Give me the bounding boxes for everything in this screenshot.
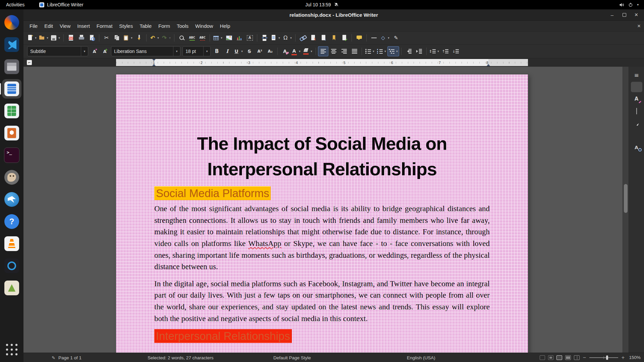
dropdown-arrow-icon[interactable]: ▾ <box>436 50 440 53</box>
superscript-button[interactable]: A² <box>255 46 265 56</box>
dock-item-libreoffice-writer[interactable] <box>2 79 21 99</box>
dock-item-show-applications[interactable] <box>2 340 21 359</box>
insert-hyperlink-button[interactable] <box>298 33 308 43</box>
dock-item-vlc[interactable] <box>2 234 21 253</box>
minimize-button[interactable]: – <box>607 11 617 19</box>
zoom-in-button[interactable]: + <box>621 355 625 360</box>
dropdown-arrow-icon[interactable]: ▾ <box>277 36 281 40</box>
zoom-slider-thumb[interactable] <box>606 355 608 360</box>
chevron-down-icon[interactable]: ▾ <box>203 47 210 56</box>
increase-paragraph-spacing-button[interactable] <box>440 46 451 56</box>
heading-social-media-platforms[interactable]: Social Media Platforms <box>154 186 490 200</box>
dock-item-files[interactable] <box>2 57 21 76</box>
insert-field-button[interactable]: ▾ <box>270 33 281 43</box>
horizontal-ruler[interactable]: 12345678 <box>116 59 528 66</box>
export-pdf-button[interactable] <box>66 33 76 43</box>
auto-spellcheck-button[interactable]: ABC <box>197 33 208 43</box>
left-indent-marker[interactable] <box>152 62 156 66</box>
sidebar-tab-page[interactable] <box>631 130 642 140</box>
italic-button[interactable]: I <box>222 46 232 56</box>
sidebar-tab-styles[interactable]: A <box>631 94 642 104</box>
dropdown-arrow-icon[interactable]: ▾ <box>240 50 244 53</box>
decrease-indent-button[interactable] <box>404 46 414 56</box>
close-button[interactable]: × <box>631 11 641 19</box>
menu-styles[interactable]: Styles <box>116 22 136 30</box>
scrollbar-thumb[interactable] <box>624 184 628 213</box>
dock-item-ide[interactable] <box>2 256 21 276</box>
selection-mode-icon[interactable] <box>540 355 545 360</box>
strikethrough-button[interactable]: S <box>244 46 255 56</box>
insert-bookmark-button[interactable] <box>329 33 339 43</box>
dropdown-arrow-icon[interactable]: ▾ <box>34 36 38 40</box>
zoom-level[interactable]: 150% <box>628 355 641 360</box>
dock-item-libreoffice-impress[interactable] <box>2 123 21 143</box>
align-center-button[interactable] <box>328 46 339 56</box>
insert-page-break-button[interactable] <box>259 33 270 43</box>
dropdown-arrow-icon[interactable]: ▾ <box>156 36 160 40</box>
title-bar[interactable]: relationship.docx - LibreOffice Writer –… <box>23 9 644 21</box>
single-page-view-button[interactable] <box>556 355 562 360</box>
find-replace-button[interactable] <box>176 33 187 43</box>
dropdown-arrow-icon[interactable]: ▾ <box>168 36 172 40</box>
edit-mode-icon[interactable]: ✎ <box>52 355 55 360</box>
ordered-list-button[interactable]: ▾ <box>376 46 387 56</box>
language-status[interactable]: English (USA) <box>407 355 435 360</box>
print-button[interactable] <box>76 33 87 43</box>
menu-form[interactable]: Form <box>155 22 173 30</box>
print-preview-button[interactable] <box>87 33 97 43</box>
zoom-slider[interactable] <box>589 355 618 360</box>
dropdown-arrow-icon[interactable]: ▾ <box>289 36 293 40</box>
open-button[interactable]: ▾ <box>38 33 50 43</box>
sidebar-tab-properties[interactable] <box>631 82 642 92</box>
insert-textbox-button[interactable] <box>245 33 255 43</box>
sidebar-tab-navigator[interactable] <box>631 118 642 128</box>
document-modified-icon[interactable] <box>548 355 553 360</box>
font-color-button[interactable]: A▾ <box>290 46 302 56</box>
maximize-button[interactable] <box>619 11 629 19</box>
sidebar-tab-sidebar-settings[interactable]: ≡ <box>631 70 642 80</box>
page-style-status[interactable]: Default Page Style <box>273 355 311 360</box>
dropdown-arrow-icon[interactable]: ▾ <box>220 36 223 40</box>
dropdown-arrow-icon[interactable]: ▾ <box>298 50 302 53</box>
word-count-status[interactable]: Selected: 2 words, 27 characters <box>148 355 214 360</box>
paragraph-2[interactable]: In the digital age, social media platfor… <box>154 278 490 324</box>
close-document-button[interactable]: × <box>637 23 641 29</box>
line-spacing-button[interactable]: ▾ <box>429 46 440 56</box>
dock-item-terminal[interactable] <box>2 145 21 165</box>
align-right-button[interactable] <box>339 46 349 56</box>
tab-stop-selector[interactable]: ⌐ <box>27 60 32 65</box>
increase-indent-button[interactable] <box>414 46 424 56</box>
dropdown-arrow-icon[interactable]: ▾ <box>57 36 61 40</box>
clone-formatting-button[interactable] <box>134 33 144 43</box>
clear-formatting-button[interactable]: A <box>280 46 290 56</box>
right-indent-marker[interactable] <box>487 62 490 66</box>
spelling-button[interactable]: ABC <box>187 33 197 43</box>
dock-item-vscode[interactable] <box>2 35 21 54</box>
vertical-scrollbar[interactable] <box>623 67 629 353</box>
chevron-down-icon[interactable]: ▾ <box>81 47 88 56</box>
menu-help[interactable]: Help <box>216 22 233 30</box>
underline-button[interactable]: U▾ <box>232 46 244 56</box>
insert-special-character-button[interactable]: Ω▾ <box>281 33 293 43</box>
zoom-out-button[interactable]: − <box>583 355 586 360</box>
align-left-button[interactable] <box>318 46 328 56</box>
insert-image-button[interactable] <box>224 33 234 43</box>
dock-item-help[interactable] <box>2 212 21 231</box>
multi-page-view-button[interactable] <box>565 355 571 360</box>
dock-item-firefox[interactable] <box>2 13 21 32</box>
copy-button[interactable] <box>112 33 122 43</box>
dropdown-arrow-icon[interactable]: ▾ <box>130 36 133 40</box>
new-style-button[interactable]: A <box>100 46 110 56</box>
menu-view[interactable]: View <box>56 22 74 30</box>
sidebar-tab-style-inspector[interactable]: A <box>631 142 642 153</box>
dropdown-arrow-icon[interactable]: ▾ <box>383 50 387 53</box>
dropdown-arrow-icon[interactable]: ▾ <box>387 36 390 40</box>
update-style-button[interactable]: A <box>89 46 100 56</box>
menu-tools[interactable]: Tools <box>173 22 192 30</box>
paste-button[interactable]: ▾ <box>122 33 134 43</box>
menu-file[interactable]: File <box>26 22 41 30</box>
subscript-button[interactable]: A₂ <box>265 46 275 56</box>
chevron-down-icon[interactable]: ▾ <box>173 47 180 56</box>
document-page[interactable]: The Impact of Social Media on Interperso… <box>116 74 528 353</box>
menu-insert[interactable]: Insert <box>74 22 93 30</box>
